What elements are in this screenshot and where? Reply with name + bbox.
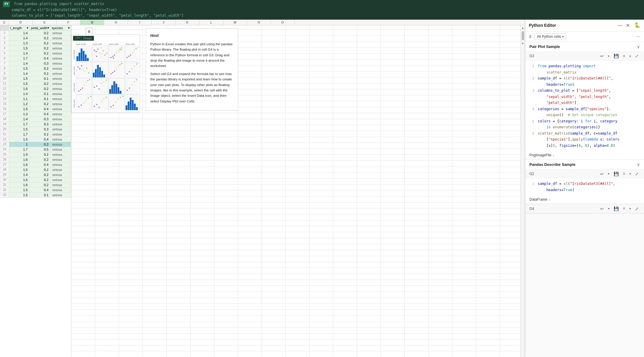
editor-filter-bar: ⊻ All Python cells ▾ ···	[525, 32, 644, 42]
col-header-species[interactable]: species ▼	[50, 25, 71, 30]
output-label-png: PngImageFile	[529, 153, 551, 157]
output-row-dataframe[interactable]: DataFrame ›	[525, 195, 644, 204]
svg-point-107	[85, 100, 87, 101]
cell-group-pair-plot: Pair Plot Sample ∨ G3 ↩ ▾ 💾 ⌗ ▾ ⤢ 1from …	[525, 42, 644, 160]
undo-dropdown-g2[interactable]: ▾	[607, 172, 611, 176]
svg-rect-13	[85, 54, 87, 61]
table-row: setosa	[50, 30, 71, 35]
scroll-up-arrow[interactable]: ▲	[521, 26, 524, 30]
table-row: setosa	[50, 152, 71, 157]
svg-point-115	[103, 99, 104, 100]
vertical-scrollbar[interactable]: ▲ ▼	[520, 25, 525, 357]
svg-point-35	[118, 51, 120, 52]
svg-point-76	[78, 91, 79, 92]
run-button-g3[interactable]: ⌗	[622, 53, 626, 59]
svg-point-100	[131, 84, 132, 85]
table-row: 0.2	[29, 172, 50, 177]
table-row: setosa	[50, 137, 71, 142]
table-row: 0.3	[29, 116, 50, 121]
table-row: 0.2	[29, 71, 50, 76]
svg-point-21	[103, 50, 104, 52]
table-row: 1.3	[9, 111, 29, 116]
svg-rect-37	[125, 46, 138, 62]
svg-point-111	[94, 106, 95, 107]
svg-point-112	[96, 104, 97, 105]
svg-point-118	[110, 106, 112, 107]
run-dropdown-g2[interactable]: ▾	[628, 172, 632, 176]
minimize-button[interactable]: —	[617, 22, 623, 29]
svg-rect-97	[125, 78, 138, 94]
svg-rect-130	[136, 107, 138, 110]
svg-point-102	[136, 79, 137, 80]
expand-code-g4[interactable]: ⤢	[634, 206, 640, 212]
scroll-thumb[interactable]	[522, 31, 524, 40]
filter-arrow-2[interactable]: ▼	[47, 26, 50, 29]
svg-point-39	[128, 56, 129, 57]
pandas-describe-expand-icon[interactable]: ∨	[637, 162, 640, 167]
table-row: setosa	[50, 132, 71, 137]
output-arrow-png: ›	[553, 153, 554, 158]
col-header-e: E	[33, 20, 57, 25]
filter-arrow-1[interactable]: ▼	[26, 26, 29, 29]
table-row: 1.5	[9, 106, 29, 111]
svg-point-104	[78, 106, 79, 107]
col-headers: C D E F G H I J K L M N O	[0, 20, 525, 25]
save-button-g3[interactable]: 💾	[612, 53, 620, 59]
table-row: 0.2	[29, 167, 50, 172]
output-row-pngimage[interactable]: PngImageFile ›	[525, 151, 644, 159]
col-header-l-length[interactable]: l_length ▼	[9, 25, 29, 30]
editor-body[interactable]: Pair Plot Sample ∨ G3 ↩ ▾ 💾 ⌗ ▾ ⤢ 1from …	[525, 42, 644, 357]
svg-point-67	[121, 63, 122, 64]
pair-plot-container: [PY] Image sepal_length sepal_width peta…	[71, 34, 140, 113]
run-button-g2[interactable]: ⌗	[622, 171, 626, 177]
svg-rect-9	[76, 56, 78, 61]
svg-rect-12	[83, 51, 85, 61]
cell-group-header-pair-plot[interactable]: Pair Plot Sample ∨	[525, 42, 644, 52]
pair-plot-expand-icon[interactable]: ∨	[637, 44, 640, 49]
svg-point-89	[106, 79, 107, 81]
svg-text:petal_width: petal_width	[126, 43, 135, 45]
svg-text:sepal_length: sepal_length	[76, 43, 86, 45]
table-row: 1.4	[9, 116, 29, 121]
run-dropdown-g4[interactable]: ▾	[628, 206, 632, 211]
run-dropdown-g3[interactable]: ▾	[628, 54, 632, 58]
editor-header: Python Editor — ✕ 🐍	[525, 20, 644, 32]
col-header-petal-width[interactable]: petal_width ▼	[29, 25, 50, 30]
table-row: setosa	[50, 71, 71, 76]
close-button[interactable]: ✕	[625, 22, 630, 29]
undo-button-g4[interactable]: ↩	[599, 206, 605, 212]
cell-group-header-pandas[interactable]: Pandas Describe Sample ∨	[525, 160, 644, 169]
svg-rect-14	[87, 58, 89, 61]
expand-code-g3[interactable]: ⤢	[634, 53, 640, 59]
filter-arrow-3[interactable]: ▼	[68, 26, 70, 29]
editor-header-icons: — ✕ 🐍	[617, 22, 640, 29]
undo-dropdown-g4[interactable]: ▾	[607, 206, 611, 211]
py-image-label[interactable]: [PY] Image	[73, 36, 94, 41]
svg-point-123	[122, 96, 124, 97]
undo-button-g3[interactable]: ↩	[599, 53, 605, 59]
table-row: 0.2	[29, 46, 50, 51]
table-row: setosa	[50, 40, 71, 46]
svg-point-25	[106, 53, 107, 54]
undo-dropdown-g3[interactable]: ▾	[607, 54, 611, 58]
save-button-g4[interactable]: 💾	[612, 206, 620, 212]
output-label-df: DataFrame	[529, 197, 547, 202]
undo-button-g2[interactable]: ↩	[599, 171, 605, 177]
table-row: 0.2	[29, 86, 50, 91]
run-button-g4[interactable]: ⌗	[622, 205, 626, 212]
svg-point-81	[87, 80, 88, 81]
table-row: 1.4	[9, 71, 29, 76]
more-options-button[interactable]: ···	[637, 34, 640, 39]
scroll-down-arrow[interactable]: ▼	[521, 41, 524, 46]
expand-code-g2[interactable]: ⤢	[634, 171, 640, 177]
table-row: 1.6	[9, 182, 29, 187]
image-cell-label: Image	[83, 37, 92, 40]
table-row: 1.1	[9, 96, 29, 101]
all-python-cells-button[interactable]: All Python cells ▾	[534, 33, 566, 40]
svg-point-42	[134, 50, 135, 51]
save-button-g2[interactable]: 💾	[612, 171, 620, 177]
svg-point-33	[121, 47, 122, 49]
svg-point-108	[88, 97, 89, 99]
svg-text:sepal_length: sepal_length	[79, 110, 88, 110]
svg-point-105	[81, 105, 82, 106]
